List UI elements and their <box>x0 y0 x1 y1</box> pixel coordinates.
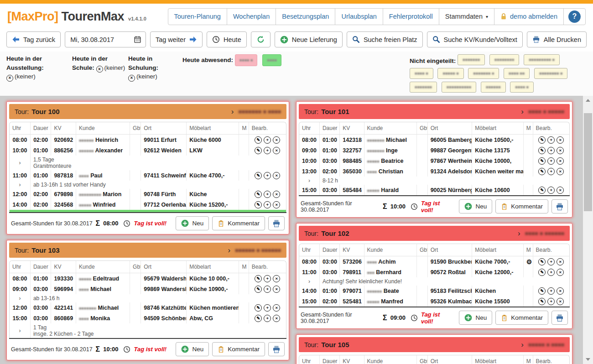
scroll-down-arrow[interactable] <box>583 356 593 363</box>
print-tour-button[interactable] <box>551 311 568 325</box>
unassigned-badge[interactable]: ■■■■ ■ <box>410 68 433 79</box>
delete-icon[interactable]: × <box>273 304 280 312</box>
delete-icon[interactable]: × <box>273 147 280 154</box>
unassigned-badge[interactable]: ■■■■■■■ ■ <box>468 68 499 79</box>
add-icon[interactable]: + <box>547 287 555 295</box>
add-icon[interactable]: + <box>547 168 555 175</box>
refresh-button[interactable] <box>251 31 270 47</box>
new-delivery-button[interactable]: Neue Lieferung <box>275 31 343 47</box>
add-icon[interactable]: + <box>547 298 555 305</box>
tab-touren-planung[interactable]: Touren-Planung <box>168 9 227 25</box>
edit-icon[interactable]: ✎ <box>255 315 262 322</box>
add-icon[interactable]: + <box>547 136 555 144</box>
delete-icon[interactable]: × <box>557 298 564 305</box>
unassigned-badge[interactable]: ■■■■■■■■■ ■ <box>524 54 560 65</box>
calendar-icon[interactable] <box>134 36 141 43</box>
add-icon[interactable]: + <box>264 304 271 312</box>
edit-icon[interactable]: ✎ <box>538 187 546 194</box>
add-icon[interactable]: + <box>264 191 271 198</box>
unassigned-badge[interactable]: ■■■■ ■■ <box>504 68 530 79</box>
tour-header[interactable]: Tour: Tour 103 › ■■■■■■ ■ ■■■■■■ <box>9 243 286 258</box>
delete-icon[interactable]: × <box>557 147 564 154</box>
tour-header[interactable]: Tour: Tour 102 › ■■■■ ■ ■■■■■■ <box>299 226 570 241</box>
add-icon[interactable]: + <box>264 315 271 322</box>
edit-icon[interactable]: ✎ <box>538 168 546 175</box>
gear-icon[interactable]: ⚙ <box>526 258 532 265</box>
tour-header[interactable]: Tour: Tour 101 › ■■■■ ■ ■■■■■ <box>299 104 570 119</box>
unassigned-badge[interactable]: ■■■■■■■■■■ <box>442 82 476 93</box>
add-icon[interactable]: + <box>547 269 555 276</box>
add-icon[interactable]: + <box>264 275 271 282</box>
scrollbar-thumb[interactable] <box>584 113 592 211</box>
delete-icon[interactable]: × <box>273 191 280 198</box>
delete-icon[interactable]: × <box>557 258 564 265</box>
print-all-button[interactable]: Alle Drucken <box>527 31 587 47</box>
add-icon[interactable]: + <box>264 172 271 179</box>
delete-icon[interactable]: × <box>273 275 280 282</box>
tour-header[interactable]: Tour: Tour 100 › ■■■■■■■ ■ ■■■■ <box>9 104 286 119</box>
add-icon[interactable]: + <box>547 157 555 165</box>
tab-fehlerprotokoll[interactable]: Fehlerprotokoll <box>383 9 439 25</box>
edit-icon[interactable]: ✎ <box>255 304 262 312</box>
add-icon[interactable]: + <box>264 147 271 154</box>
unassigned-badge[interactable]: ■■■■■■■■ ■ <box>534 68 567 79</box>
comment-button[interactable]: Kommentar <box>495 199 548 213</box>
edit-icon[interactable]: ✎ <box>538 147 546 154</box>
edit-icon[interactable]: ✎ <box>255 136 262 144</box>
today-button[interactable]: Heute <box>207 31 247 47</box>
edit-icon[interactable]: ✎ <box>538 298 546 305</box>
new-entry-button[interactable]: Neu <box>459 199 492 213</box>
delete-icon[interactable]: × <box>557 269 564 276</box>
absent-badge[interactable]: ■■■■ <box>262 54 281 66</box>
print-tour-button[interactable] <box>268 342 285 356</box>
delete-icon[interactable]: × <box>273 172 280 179</box>
edit-icon[interactable]: ✎ <box>255 201 262 208</box>
date-input[interactable] <box>69 36 131 44</box>
add-icon[interactable]: + <box>264 136 271 144</box>
logout-button[interactable]: demo abmelden <box>494 9 563 25</box>
search-fulltext-button[interactable]: Suche KV/Kunde/Volltext <box>427 31 523 47</box>
tour-header[interactable]: Tour: Tour 105 › ■■■■■ ■ ■■■■ <box>299 337 570 352</box>
day-back-button[interactable]: Tag zurück <box>6 31 61 47</box>
delete-icon[interactable]: × <box>557 187 564 194</box>
day-forward-button[interactable]: Tag weiter <box>150 31 203 47</box>
unassigned-badge[interactable]: ■■■■■ ■ <box>437 68 463 79</box>
new-entry-button[interactable]: Neu <box>176 342 209 356</box>
unassigned-badge[interactable]: ■■■■■■■■ <box>489 54 520 65</box>
edit-icon[interactable]: ✎ <box>538 157 546 165</box>
edit-icon[interactable]: ✎ <box>538 269 546 276</box>
delete-icon[interactable]: × <box>273 315 280 322</box>
scroll-up-arrow[interactable] <box>583 97 593 104</box>
edit-icon[interactable]: ✎ <box>255 172 262 179</box>
unassigned-badge[interactable]: ■■■■■■■ <box>458 54 485 65</box>
unassigned-badge[interactable]: ■■■■■■ <box>481 82 506 93</box>
comment-button[interactable]: Kommentar <box>495 311 548 325</box>
edit-icon[interactable]: ✎ <box>538 136 546 144</box>
edit-icon[interactable]: ✎ <box>255 275 262 282</box>
edit-icon[interactable]: ✎ <box>255 147 262 154</box>
tab-wochenplan[interactable]: Wochenplan <box>227 9 276 25</box>
tab-besetzungsplan[interactable]: Besetzungsplan <box>276 9 335 25</box>
comment-button[interactable]: Kommentar <box>212 216 265 230</box>
new-entry-button[interactable]: Neu <box>176 216 209 230</box>
edit-icon[interactable]: ✎ <box>538 258 546 265</box>
edit-icon[interactable]: ✎ <box>538 287 546 295</box>
menu-stammdaten[interactable]: Stammdaten ▾ <box>439 9 494 25</box>
add-icon[interactable]: + <box>264 286 271 293</box>
print-tour-button[interactable] <box>551 199 568 213</box>
delete-icon[interactable]: × <box>557 157 564 165</box>
delete-icon[interactable]: × <box>557 287 564 295</box>
new-entry-button[interactable]: Neu <box>459 311 492 325</box>
tab-urlaubsplan[interactable]: Urlaubsplan <box>335 9 382 25</box>
edit-icon[interactable]: ✎ <box>255 286 262 293</box>
print-tour-button[interactable] <box>268 216 285 230</box>
absent-badge[interactable]: ■■■■ ■ <box>235 54 258 66</box>
add-icon[interactable]: + <box>547 187 555 194</box>
delete-icon[interactable]: × <box>273 201 280 208</box>
add-icon[interactable]: + <box>264 201 271 208</box>
add-icon[interactable]: + <box>547 258 555 265</box>
search-free-slot-button[interactable]: Suche freien Platz <box>347 31 423 47</box>
help-button[interactable]: ? <box>568 10 581 23</box>
add-icon[interactable]: + <box>547 147 555 154</box>
delete-icon[interactable]: × <box>557 136 564 144</box>
